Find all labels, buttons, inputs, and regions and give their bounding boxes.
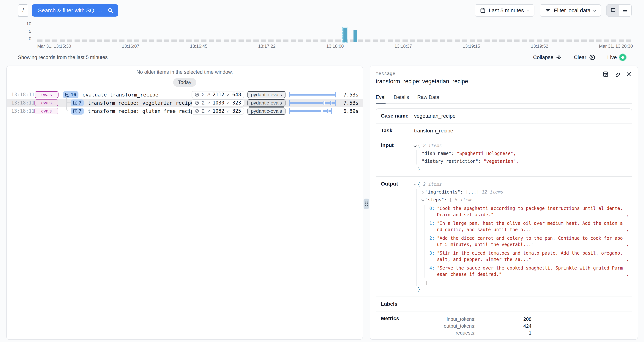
output-token-count: 323 — [232, 100, 241, 106]
search-button[interactable]: Search & filter with SQL... — [32, 4, 118, 16]
detail-panel: message transform_recipe: vegetarian_rec… — [370, 66, 638, 340]
input-token-count: 1030 — [212, 100, 224, 106]
view-toggle — [606, 4, 632, 16]
live-label: Live — [607, 54, 617, 60]
sigma-icon: Σ — [202, 100, 204, 106]
minus-square-icon — [65, 93, 69, 97]
input-label: Input — [381, 142, 414, 172]
span-count-badge-expand[interactable]: 7 — [71, 100, 84, 106]
metric-value: 208 — [476, 316, 532, 323]
span-count-badge-expand[interactable]: 7 — [71, 108, 84, 114]
trace-row-evaluate[interactable]: 13:18:11 evals 16 evaluate transform_rec… — [7, 90, 362, 99]
output-label: Output — [381, 181, 414, 292]
input-json-viewer: { 2 items "dish_name": "Spaghetti Bologn… — [414, 142, 630, 172]
tab-eval[interactable]: Eval — [376, 94, 386, 104]
clear-button[interactable]: Clear — [574, 54, 595, 60]
duration-text: 7.53s — [339, 92, 358, 98]
case-name-value: vegetarian_recipe — [414, 113, 630, 119]
span-count: 7 — [79, 100, 82, 106]
filter-label: Filter local data — [554, 8, 590, 14]
duration-bar — [289, 108, 336, 114]
expand-caret-icon[interactable] — [421, 191, 424, 194]
metric-value: 1 — [476, 330, 532, 336]
ingredients-row[interactable]: "ingredients": [...] 12 items — [422, 189, 630, 195]
y-tick-5: 5 — [29, 29, 31, 34]
x-tick: 13:19:52 — [531, 44, 548, 49]
list-view-button[interactable] — [619, 5, 631, 16]
tree-view-button[interactable] — [607, 5, 619, 16]
plus-square-icon — [73, 101, 77, 105]
row-timestamp: 13:18:11 — [11, 100, 34, 106]
collapse-caret-icon[interactable] — [421, 198, 424, 201]
collapse-icon — [556, 54, 562, 60]
filter-icon — [545, 8, 551, 14]
top-bar: / Search & filter with SQL... Last 5 min… — [0, 0, 644, 21]
filter-local-data-dropdown[interactable]: Filter local data — [540, 4, 601, 16]
duration-bar — [289, 100, 336, 106]
arrow-down-left-icon: ↙ — [226, 108, 230, 114]
collapse-caret-icon[interactable] — [414, 144, 417, 147]
service-tag[interactable]: pydantic-evals — [248, 108, 286, 115]
trace-row-gluten-free[interactable]: 13:18:11 evals 7 transform_recipe: glute… — [7, 107, 362, 115]
slash-shortcut-key: / — [18, 4, 28, 16]
collapse-button[interactable]: Collapse — [533, 54, 562, 60]
x-tick: 13:16:07 — [122, 44, 139, 49]
span-name: transform_recipe: gluten_free_recipe — [88, 108, 192, 114]
service-tag[interactable]: pydantic-evals — [248, 99, 286, 106]
timeline-x-axis: Mar 31. 13:15:30 13:16:07 13:16:45 13:17… — [37, 44, 633, 49]
collapse-caret-icon[interactable] — [414, 183, 417, 186]
steps-row[interactable]: "steps": [ 5 items — [422, 197, 630, 203]
labels-label: Labels — [381, 301, 414, 307]
live-indicator-icon — [620, 54, 626, 61]
evals-tag[interactable]: evals — [34, 100, 58, 106]
clear-circle-x-icon — [589, 54, 595, 60]
row-timestamp: 13:18:11 — [11, 92, 35, 98]
service-tag[interactable]: pydantic-evals — [248, 91, 286, 98]
eval-sections: Case name vegetarian_recipe Task transfo… — [376, 108, 632, 340]
live-toggle[interactable]: Live — [607, 54, 626, 61]
step-item: 1:"In a large pan, heat the olive oil ov… — [429, 220, 630, 233]
x-tick: 13:19:15 — [463, 44, 480, 49]
record-kind-label: message — [376, 71, 632, 76]
close-panel-button[interactable] — [625, 71, 632, 78]
output-token-count: 325 — [232, 108, 241, 114]
histogram-bar[interactable] — [344, 28, 347, 42]
span-count: 7 — [79, 108, 82, 114]
no-older-items-notice: No older items in the selected time wind… — [7, 69, 362, 75]
token-usage-pill[interactable]: Σ ↗2112 ↙648 — [192, 91, 244, 98]
sigma-icon: Σ — [202, 108, 204, 114]
tree-view-icon — [610, 8, 616, 13]
tab-details[interactable]: Details — [394, 94, 409, 103]
row-timestamp: 13:18:11 — [11, 108, 34, 114]
y-tick-10: 10 — [26, 21, 31, 26]
resize-handle[interactable] — [364, 198, 369, 209]
evals-tag[interactable]: evals — [35, 91, 58, 98]
step-item: 2:"Add the diced carrot and celery to th… — [429, 235, 630, 248]
x-tick: 13:18:00 — [326, 44, 344, 49]
metric-name: requests: — [414, 330, 476, 336]
tab-raw-data[interactable]: Raw Data — [417, 94, 440, 103]
token-coin-icon — [194, 92, 200, 97]
evals-tag[interactable]: evals — [34, 108, 58, 114]
arrow-up-right-icon: ↗ — [207, 108, 210, 114]
copy-link-button[interactable] — [614, 71, 620, 78]
timeline-plot-area — [37, 24, 633, 42]
time-range-dropdown[interactable]: Last 5 minutes — [474, 4, 534, 16]
dock-panel-button[interactable] — [602, 71, 609, 78]
duration-bar — [289, 92, 336, 98]
token-usage-pill[interactable]: Σ ↗1082 ↙325 — [192, 108, 244, 114]
token-usage-pill[interactable]: Σ ↗1030 ↙323 — [192, 99, 244, 106]
histogram-bar[interactable] — [354, 30, 358, 42]
sigma-icon: Σ — [202, 92, 204, 98]
plus-square-icon — [73, 109, 77, 113]
arrow-up-right-icon: ↗ — [207, 92, 210, 97]
x-tick: 13:17:22 — [258, 44, 276, 49]
trace-row-vegetarian[interactable]: 13:18:11 evals 7 transform_recipe: veget… — [7, 99, 362, 107]
duration-text: 6.89s — [339, 108, 358, 114]
timeline-bucket-strip — [37, 40, 633, 42]
status-row: Showing records from the last 5 minutes … — [18, 53, 626, 62]
timeline-chart: 10 5 0 Mar 31. 13:15:30 13:16:07 13:16:4… — [17, 22, 633, 50]
duration-text: 7.53s — [339, 100, 358, 106]
search-button-label: Search & filter with SQL... — [38, 7, 102, 14]
token-coin-icon — [194, 100, 200, 105]
